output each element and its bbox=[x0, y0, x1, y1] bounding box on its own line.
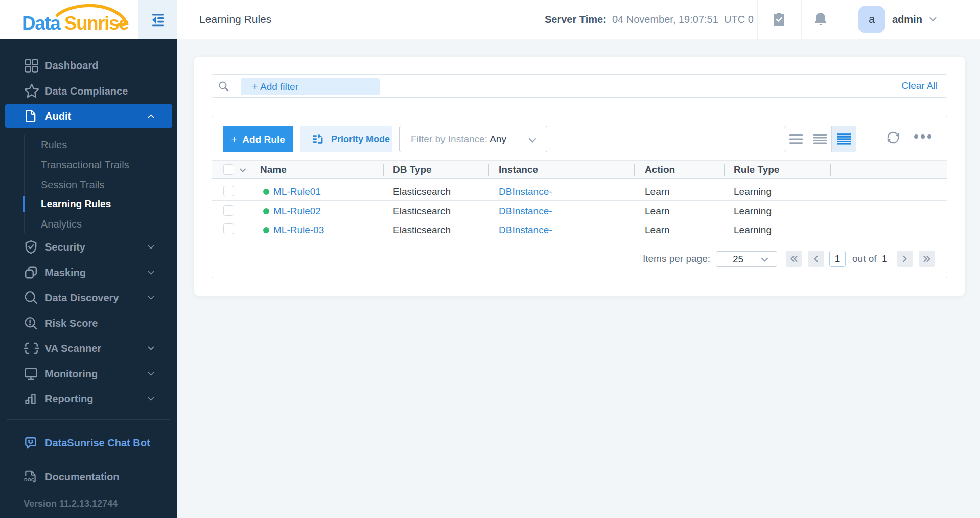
svg-text:DOC: DOC bbox=[24, 477, 35, 482]
svg-text:Sunrise: Sunrise bbox=[64, 13, 129, 34]
svg-text:Data: Data bbox=[22, 13, 61, 34]
